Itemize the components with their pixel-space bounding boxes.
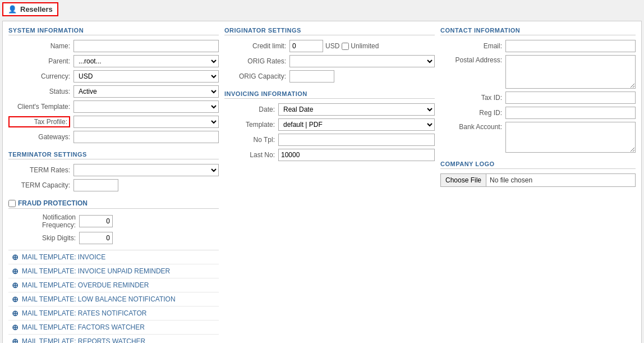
tax-id-input[interactable] (505, 92, 636, 104)
last-no-label: Last No: (224, 151, 275, 159)
skip-digits-group: Skip Digits: (8, 232, 219, 244)
originator-section: ORIGINATOR SETTINGS Credit limit: USD Un… (224, 27, 435, 83)
mail-templates-section: ⊕ MAIL TEMPLATE: INVOICE ⊕ MAIL TEMPLATE… (8, 250, 219, 343)
last-no-input[interactable] (278, 149, 435, 161)
system-info-title: SYSTEM INFORMATION (8, 27, 219, 35)
choose-file-button[interactable]: Choose File (440, 173, 486, 187)
term-capacity-group: TERM Capacity: (8, 179, 219, 191)
name-group: Name: (8, 40, 219, 52)
email-group: Email: (440, 40, 636, 52)
tax-id-label: Tax ID: (440, 94, 502, 102)
mail-template-rates[interactable]: ⊕ MAIL TEMPLATE: RATES NOTIFICATOR (8, 307, 219, 321)
postal-textarea[interactable] (505, 55, 636, 89)
reg-id-label: Reg ID: (440, 109, 502, 117)
terminator-title: TERMINATOR SETTINGS (8, 151, 219, 159)
tax-profile-group: Tax Profile: (8, 116, 219, 128)
plus-icon-reports: ⊕ (12, 337, 19, 343)
plus-icon-factors: ⊕ (12, 323, 19, 332)
mail-template-overdue[interactable]: ⊕ MAIL TEMPLATE: OVERDUE REMINDER (8, 278, 219, 292)
term-capacity-label: TERM Capacity: (8, 181, 70, 189)
file-input-row: Choose File No file chosen (440, 173, 636, 187)
email-label: Email: (440, 42, 502, 50)
main-container: SYSTEM INFORMATION Name: Parent: ...root… (2, 21, 642, 343)
name-input[interactable] (73, 40, 219, 52)
status-label: Status: (8, 88, 70, 95)
plus-icon-invoice-unpaid: ⊕ (12, 267, 19, 276)
term-rates-label: TERM Rates: (8, 166, 70, 174)
plus-icon-invoice: ⊕ (12, 253, 19, 262)
mail-template-invoice[interactable]: ⊕ MAIL TEMPLATE: INVOICE (8, 250, 219, 264)
term-capacity-input[interactable] (73, 179, 118, 191)
orig-rates-select[interactable] (289, 55, 435, 67)
parent-select[interactable]: ...root... (73, 55, 219, 67)
parent-label: Parent: (8, 57, 70, 65)
mail-template-invoice-unpaid[interactable]: ⊕ MAIL TEMPLATE: INVOICE UNPAID REMINDER (8, 264, 219, 278)
notification-freq-label: Notification Frequency: (8, 213, 76, 229)
postal-group: Postal Address: (440, 55, 636, 89)
system-info-section: SYSTEM INFORMATION Name: Parent: ...root… (8, 27, 219, 143)
date-label: Date: (224, 106, 275, 113)
currency-label: Currency: (8, 72, 70, 80)
term-rates-group: TERM Rates: (8, 164, 219, 176)
orig-capacity-label: ORIG Capacity: (224, 72, 286, 80)
gateways-input[interactable] (73, 131, 219, 143)
postal-label: Postal Address: (440, 56, 502, 64)
gateways-group: Gateways: (8, 131, 219, 143)
currency-group: Currency: USD (8, 70, 219, 83)
tax-profile-label: Tax Profile: (8, 116, 70, 127)
email-input[interactable] (505, 40, 636, 52)
date-select[interactable]: Real Date (278, 103, 435, 116)
credit-limit-label: Credit limit: (224, 42, 286, 50)
unlimited-checkbox[interactable] (342, 43, 349, 50)
title-bar: 👤 Resellers (2, 2, 58, 16)
date-group: Date: Real Date (224, 103, 435, 116)
orig-rates-group: ORIG Rates: (224, 55, 435, 67)
no-tpl-input[interactable] (278, 134, 435, 146)
bank-account-label: Bank Account: (440, 123, 502, 131)
reg-id-input[interactable] (505, 107, 636, 119)
title-label: Resellers (20, 5, 53, 13)
contact-section: CONTACT INFORMATION Email: Postal Addres… (440, 27, 636, 153)
bank-account-group: Bank Account: (440, 122, 636, 153)
skip-digits-input[interactable] (79, 232, 113, 244)
credit-limit-controls: USD Unlimited (289, 40, 379, 52)
fraud-checkbox[interactable] (8, 200, 16, 207)
invoicing-section: INVOICING INFORMATION Date: Real Date Te… (224, 90, 435, 161)
credit-limit-group: Credit limit: USD Unlimited (224, 40, 435, 52)
term-rates-select[interactable] (73, 164, 219, 176)
mail-template-low-balance[interactable]: ⊕ MAIL TEMPLATE: LOW BALANCE NOTIFICATIO… (8, 292, 219, 307)
invoicing-title: INVOICING INFORMATION (224, 90, 435, 99)
tax-id-group: Tax ID: (440, 92, 636, 104)
tax-profile-select[interactable] (73, 116, 219, 128)
no-tpl-group: No Tpl: (224, 134, 435, 146)
left-column: SYSTEM INFORMATION Name: Parent: ...root… (8, 27, 219, 343)
gateways-label: Gateways: (8, 133, 70, 141)
clients-template-select[interactable] (73, 100, 219, 113)
middle-column: ORIGINATOR SETTINGS Credit limit: USD Un… (224, 27, 435, 343)
inv-template-select[interactable]: default | PDF (278, 118, 435, 131)
notification-freq-group: Notification Frequency: (8, 213, 219, 229)
fraud-section: FRAUD PROTECTION Notification Frequency:… (8, 199, 219, 244)
notification-freq-input[interactable] (79, 215, 113, 227)
status-select[interactable]: Active (73, 85, 219, 98)
fraud-title: FRAUD PROTECTION (8, 199, 219, 209)
mail-template-factors[interactable]: ⊕ MAIL TEMPLATE: FACTORS WATCHER (8, 321, 219, 335)
clients-template-label: Client's Template: (8, 103, 70, 111)
resellers-icon: 👤 (8, 5, 17, 13)
mail-template-reports[interactable]: ⊕ MAIL TEMPLATE: REPORTS WATCHER (8, 335, 219, 343)
originator-title: ORIGINATOR SETTINGS (224, 27, 435, 35)
orig-rates-label: ORIG Rates: (224, 57, 286, 65)
last-no-group: Last No: (224, 149, 435, 161)
credit-limit-input[interactable] (289, 40, 323, 52)
parent-group: Parent: ...root... (8, 55, 219, 67)
currency-select[interactable]: USD (73, 70, 219, 83)
right-column: CONTACT INFORMATION Email: Postal Addres… (440, 27, 636, 343)
plus-icon-overdue: ⊕ (12, 281, 19, 290)
skip-digits-label: Skip Digits: (8, 234, 76, 242)
company-logo-title: COMPANY LOGO (440, 161, 636, 169)
orig-capacity-input[interactable] (289, 70, 334, 83)
orig-capacity-group: ORIG Capacity: (224, 70, 435, 83)
inv-template-label: Template: (224, 121, 275, 129)
bank-account-textarea[interactable] (505, 122, 636, 153)
company-logo-section: COMPANY LOGO Choose File No file chosen (440, 161, 636, 187)
